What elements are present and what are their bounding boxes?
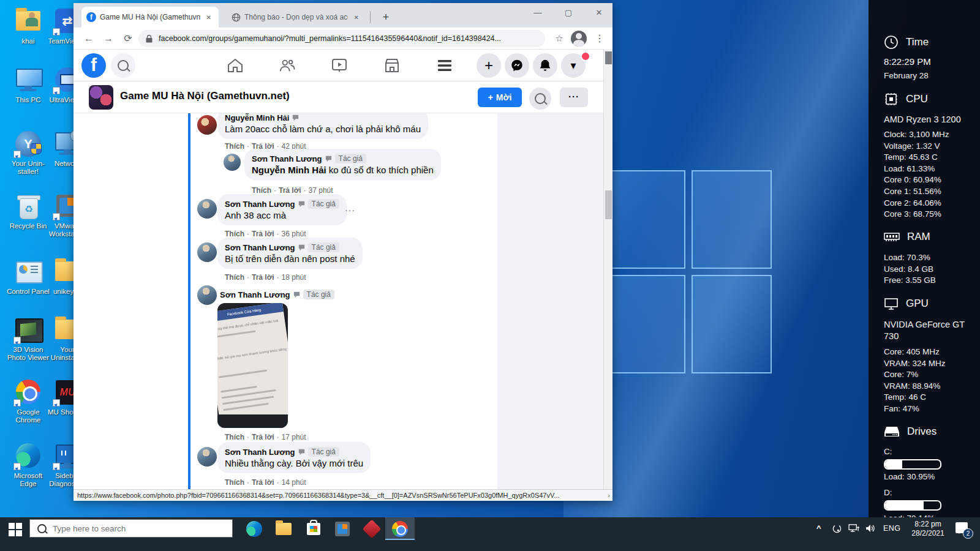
start-button[interactable] xyxy=(9,523,22,536)
like-link[interactable]: Thích xyxy=(225,230,244,238)
shortcut-arrow-icon xyxy=(53,87,60,94)
tab-game-mu-hanoi[interactable]: f Game MU Hà Nội (Gamethuvn.ne ✕ xyxy=(81,7,219,28)
commenter-name[interactable]: Sơn Thanh Lương xyxy=(225,243,295,252)
like-link[interactable]: Thích xyxy=(252,186,271,195)
sidebar-cpu-header: CPU xyxy=(884,92,928,107)
url-input[interactable] xyxy=(157,34,515,43)
notifications-button[interactable] xyxy=(533,53,557,78)
shortcut-arrow-icon xyxy=(53,213,60,220)
taskbar-file-explorer[interactable] xyxy=(276,521,292,537)
marketplace-icon[interactable] xyxy=(383,58,401,73)
comment-photo-attachment[interactable]: Facebook Cửa Hàng không thể thả được chỉ… xyxy=(217,303,288,428)
browser-menu-icon[interactable]: ⋮ xyxy=(592,31,608,47)
like-link[interactable]: Thích xyxy=(225,433,244,441)
taskbar-search-input[interactable] xyxy=(51,523,219,534)
chrome-browser-window: f Game MU Hà Nội (Gamethuvn.ne ✕ Thông b… xyxy=(74,3,612,501)
group-search-button[interactable] xyxy=(529,88,551,110)
reply-link[interactable]: Trả lời xyxy=(279,186,301,195)
reply-link[interactable]: Trả lời xyxy=(252,230,274,238)
new-tab-button[interactable]: + xyxy=(377,9,394,26)
windows-logo-wallpaper xyxy=(605,170,772,373)
forward-button[interactable]: → xyxy=(100,31,116,47)
facebook-logo[interactable]: f xyxy=(81,53,106,78)
tab-close-icon[interactable]: ✕ xyxy=(352,13,361,22)
shield-icon xyxy=(31,143,42,154)
tray-clock[interactable]: 8:22 pm 28/2/2021 xyxy=(905,520,951,542)
like-link[interactable]: Thích xyxy=(225,478,244,487)
commenter-avatar[interactable] xyxy=(197,285,217,305)
commenter-name[interactable]: Sơn Thanh Lương xyxy=(225,200,295,209)
reply-link[interactable]: Trả lời xyxy=(252,273,274,282)
group-avatar[interactable] xyxy=(89,85,113,110)
tray-network-icon[interactable] xyxy=(848,524,860,547)
feed-content: Nguyễn Minh Hải Làm 20acc chỗ làm chứ a,… xyxy=(74,113,612,489)
address-bar[interactable] xyxy=(138,30,545,47)
mention-link[interactable]: Nguyễn Minh Hải xyxy=(252,165,326,175)
commenter-avatar[interactable] xyxy=(197,447,217,467)
author-badge: Tác giả xyxy=(308,199,339,209)
watch-icon[interactable] xyxy=(331,58,348,73)
commenter-name[interactable]: Sơn Thanh Lương xyxy=(220,290,290,299)
author-badge: Tác giả xyxy=(308,242,339,252)
tray-sync-icon[interactable] xyxy=(832,523,842,546)
notification-red-dot xyxy=(581,51,590,61)
reply-link[interactable]: Trả lời xyxy=(252,433,274,441)
friends-icon[interactable] xyxy=(279,58,296,73)
tab-thong-bao[interactable]: Thông báo - Dọn dẹp và xoá acc ✕ xyxy=(227,7,366,28)
commenter-avatar[interactable] xyxy=(197,115,217,135)
taskbar-search[interactable] xyxy=(29,519,233,538)
maximize-button[interactable]: ▢ xyxy=(556,3,581,23)
comment-name-row: Sơn Thanh Lương Tác giả xyxy=(220,290,334,299)
scrollbar-thumb[interactable] xyxy=(605,190,612,219)
commenter-name[interactable]: Sơn Thanh Lương xyxy=(225,448,295,457)
reply-link[interactable]: Trả lời xyxy=(252,478,274,487)
browser-scrollbar[interactable] xyxy=(603,49,612,489)
commenter-name[interactable]: Sơn Thanh Lương xyxy=(252,154,322,163)
fb-search-button[interactable] xyxy=(111,53,135,78)
taskbar-store[interactable] xyxy=(306,521,322,537)
ram-icon xyxy=(884,231,900,243)
home-icon[interactable] xyxy=(227,58,244,73)
like-link[interactable]: Thích xyxy=(225,273,244,282)
tray-show-hidden-icons[interactable]: ^ xyxy=(816,523,821,546)
reload-button[interactable]: ⟳ xyxy=(120,31,136,47)
scrollbar-thumb[interactable] xyxy=(605,51,612,64)
back-button[interactable]: ← xyxy=(81,31,97,47)
drive-c-label: C: xyxy=(884,446,892,458)
cpu-chip-icon xyxy=(884,92,899,107)
commenter-name[interactable]: Nguyễn Minh Hải xyxy=(225,113,289,122)
close-button[interactable]: ✕ xyxy=(587,3,611,23)
author-badge: Tác giả xyxy=(303,290,334,299)
drive-d-bar xyxy=(884,500,941,511)
tray-volume-icon[interactable] xyxy=(865,523,876,546)
sidebar-diagnostics-widget: Time 8:22:29 PM February 28 CPU AMD Ryze… xyxy=(869,0,980,517)
tab-strip: f Game MU Hà Nội (Gamethuvn.ne ✕ Thông b… xyxy=(74,3,612,28)
taskbar-edge[interactable] xyxy=(246,521,262,537)
menu-hamburger-icon[interactable] xyxy=(436,58,453,73)
profile-avatar[interactable] xyxy=(571,31,587,47)
messenger-button[interactable] xyxy=(505,53,529,78)
bookmark-star-icon[interactable]: ☆ xyxy=(551,31,567,47)
ram-stats: Load: 70.3%Used: 8.4 GBFree: 3.55 GB xyxy=(884,252,936,287)
contributor-badge-icon xyxy=(298,448,306,456)
invite-button[interactable]: + Mời xyxy=(478,88,522,107)
taskbar-game-launcher[interactable] xyxy=(365,521,381,537)
group-more-button[interactable]: ··· xyxy=(560,88,588,107)
minimize-button[interactable]: — xyxy=(526,3,550,23)
comment-bubble: Sơn Thanh Lương Tác giả Anh 38 acc mà xyxy=(217,194,347,225)
like-link[interactable]: Thích xyxy=(225,142,244,151)
status-bar: https://www.facebook.com/photo.php?fbid=… xyxy=(74,489,612,501)
windows-logo-pane xyxy=(692,170,772,269)
tray-language[interactable]: ENG xyxy=(883,524,901,547)
commenter-avatar[interactable] xyxy=(197,242,217,262)
search-icon xyxy=(37,524,47,533)
taskbar-chrome[interactable] xyxy=(392,521,408,537)
tab-close-icon[interactable]: ✕ xyxy=(204,13,214,22)
action-center-icon[interactable]: 2 xyxy=(956,522,968,545)
author-badge: Tác giả xyxy=(308,447,339,457)
comment-options-icon[interactable]: ··· xyxy=(345,205,355,215)
commenter-avatar[interactable] xyxy=(197,199,217,219)
commenter-avatar[interactable] xyxy=(224,154,241,171)
create-plus-button[interactable]: + xyxy=(477,53,501,78)
taskbar-vmware[interactable] xyxy=(335,521,351,537)
